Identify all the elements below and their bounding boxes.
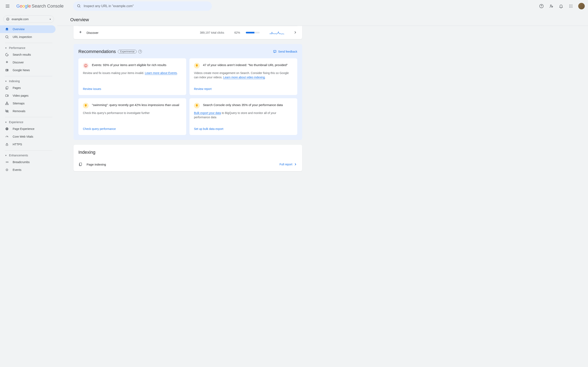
divider [5,43,52,43]
nav-removals[interactable]: Removals [0,107,56,115]
news-icon [5,68,9,72]
review-issues-link[interactable]: Review issues [83,87,182,91]
globe-icon [6,17,9,21]
svg-point-6 [570,5,570,5]
discover-icon [5,60,9,64]
rec-card-videos: 47 of your videos aren't indexed: "No th… [190,58,297,95]
nav-core-web-vitals[interactable]: Core Web Vitals [0,133,56,141]
svg-point-12 [570,7,570,8]
svg-point-11 [572,6,572,7]
bulk-export-link[interactable]: Bulk export your data [194,111,221,115]
menu-button[interactable] [3,1,13,11]
sitemap-icon [5,101,9,105]
recommendations-grid: Events: 93% of your items aren't eligibl… [78,58,297,135]
setup-export-link[interactable]: Set up bulk data export [194,127,293,131]
svg-point-0 [77,4,80,7]
svg-rect-25 [6,86,8,89]
section-indexing[interactable]: ▼ Indexing [0,78,57,84]
nav-discover[interactable]: Discover [0,58,56,66]
progress-bar [246,32,260,33]
rec-card-title: 47 of your videos aren't indexed: "No th… [203,63,288,68]
svg-point-8 [572,5,572,5]
svg-rect-27 [7,102,8,103]
nav-search-results[interactable]: Search results [0,51,56,58]
nav-label: Sitemaps [13,102,25,105]
discover-clicks: 389,197 total clicks [200,31,224,34]
people-icon[interactable] [549,4,554,8]
svg-rect-26 [6,95,8,97]
nav-overview[interactable]: Overview [0,25,56,33]
search-input[interactable] [84,4,208,8]
property-selector[interactable]: example.com ▼ [3,16,54,23]
plus-circle-icon [5,127,9,131]
apps-icon[interactable] [568,4,573,8]
section-enhancements[interactable]: ▼ Enhancements [0,152,57,158]
full-report-link[interactable]: Full report [279,162,297,166]
search-icon [77,4,81,8]
product-name: Search Console [32,3,64,9]
performance-card: Discover 389,197 total clicks 62% [73,26,302,39]
sidebar: example.com ▼ Overview URL inspection ▼ … [0,12,57,367]
svg-rect-20 [6,69,8,71]
events-icon [5,168,9,172]
check-query-link[interactable]: Check query performance [83,127,182,131]
avatar[interactable] [578,3,585,9]
nav-google-news[interactable]: Google News [0,66,56,74]
learn-more-link[interactable]: Learn more about video indexing [223,76,265,79]
recommendations-header: Recommendations Experimental ? Send feed… [78,49,297,54]
page-indexing-label: Page indexing [86,163,276,166]
nav-page-experience[interactable]: Page Experience [0,125,56,133]
rec-card-query: "swimming": query recently got 42% less … [78,98,186,135]
section-experience[interactable]: ▼ Experience [0,119,57,125]
discover-icon [78,30,82,35]
divider [5,76,52,76]
divider [5,150,52,150]
nav-label: Discover [13,61,24,64]
nav-breadcrumbs[interactable]: Breadcrumbs [0,158,56,166]
nav-label: HTTPS [13,143,22,146]
google-logo: Google [16,3,31,9]
page-header: Overview [57,12,588,26]
send-feedback-link[interactable]: Send feedback [273,50,297,53]
rec-card-body: Check this query's performance to invest… [83,111,182,115]
page-title: Overview [70,17,576,22]
search-box[interactable] [73,1,212,11]
svg-rect-33 [6,144,8,146]
lightbulb-icon [83,103,89,108]
rec-card-body: Videos create more engagement on Search.… [194,71,293,80]
home-icon [5,27,9,31]
help-icon[interactable] [539,4,544,8]
logo[interactable]: Google Search Console [16,3,64,9]
nav-label: Removals [13,109,25,113]
nav-events[interactable]: Events [0,166,56,174]
learn-more-link[interactable]: Learn more about Events [145,71,177,75]
chevron-down-icon: ▼ [5,47,7,49]
rec-card-body: Review and fix issues making your items … [83,71,182,75]
section-label: Enhancements [9,154,28,157]
notifications-icon[interactable] [559,4,563,8]
lightbulb-icon [194,103,200,108]
section-performance[interactable]: ▼ Performance [0,45,57,51]
nav-pages[interactable]: Pages [0,84,56,92]
nav-label: Page Experience [13,127,35,131]
svg-point-37 [275,52,275,52]
svg-point-34 [6,169,8,171]
nav-video-pages[interactable]: Video pages [0,92,56,100]
discover-row[interactable]: Discover 389,197 total clicks 62% [73,26,302,39]
nav-url-inspection[interactable]: URL inspection [0,33,56,41]
page-indexing-row: Page indexing Full report [78,160,297,169]
svg-line-19 [8,38,9,39]
nav-label: URL inspection [13,35,32,39]
review-report-link[interactable]: Review report [194,87,293,91]
nav-https[interactable]: HTTPS [0,141,56,148]
chevron-right-icon [294,162,297,166]
nav-label: Core Web Vitals [13,135,33,138]
discover-label: Discover [86,31,196,34]
divider [5,117,52,117]
nav-sitemaps[interactable]: Sitemaps [0,100,56,107]
help-icon[interactable]: ? [138,50,142,53]
section-label: Experience [9,120,23,124]
svg-rect-21 [6,69,7,71]
discover-pct: 62% [234,31,240,34]
app-header: Google Search Console [0,0,588,12]
